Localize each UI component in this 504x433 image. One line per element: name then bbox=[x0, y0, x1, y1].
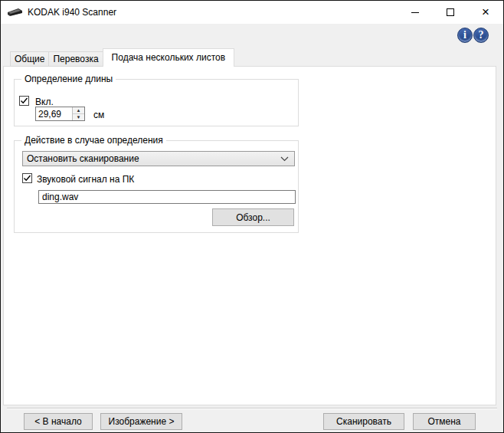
length-detection-enable-checkbox[interactable] bbox=[19, 96, 29, 106]
length-detection-group-title: Определение длины bbox=[21, 74, 116, 84]
check-icon bbox=[23, 174, 31, 182]
help-icon-glyph: ? bbox=[479, 30, 484, 41]
beep-checkbox-label: Звуковой сигнал на ПК bbox=[37, 174, 134, 185]
detection-action-group: Действие в случае определения Остановить… bbox=[14, 140, 299, 233]
window-controls: × bbox=[398, 1, 503, 24]
header-icon-group: i ? bbox=[457, 28, 489, 43]
browse-button[interactable]: Обзор... bbox=[212, 208, 294, 226]
length-value-input[interactable] bbox=[36, 107, 72, 120]
length-detection-group: Определение длины Вкл. ▲ ▼ см bbox=[14, 79, 299, 126]
length-detection-enable-label: Вкл. bbox=[35, 97, 54, 107]
scanner-app-icon bbox=[7, 6, 24, 18]
minimize-icon bbox=[411, 12, 419, 13]
detection-action-group-title: Действие в случае определения bbox=[21, 135, 166, 146]
scan-button[interactable]: Сканировать bbox=[323, 413, 404, 430]
maximize-button[interactable] bbox=[433, 1, 468, 24]
tab-transport[interactable]: Перевозка bbox=[48, 51, 103, 67]
beep-checkbox[interactable] bbox=[22, 173, 32, 183]
info-icon-glyph: i bbox=[463, 30, 466, 41]
info-icon[interactable]: i bbox=[457, 28, 473, 43]
length-unit-label: см bbox=[93, 110, 104, 120]
action-dropdown[interactable]: Остановить сканирование bbox=[22, 151, 295, 166]
length-spinner: ▲ ▼ bbox=[35, 107, 85, 121]
back-button[interactable]: < В начало bbox=[24, 413, 93, 430]
tab-general[interactable]: Общие bbox=[10, 51, 49, 67]
image-button[interactable]: Изображение > bbox=[100, 413, 182, 430]
length-spin-buttons: ▲ ▼ bbox=[72, 107, 84, 120]
chevron-down-icon bbox=[280, 156, 289, 162]
close-icon: × bbox=[482, 5, 489, 18]
help-icon[interactable]: ? bbox=[473, 28, 489, 43]
tab-bar: Общие Перевозка Подача нескольких листов bbox=[3, 48, 234, 67]
scanner-settings-window: KODAK i940 Scanner × i ? Общие Перевозка… bbox=[0, 0, 504, 433]
footer-separator bbox=[7, 408, 497, 409]
sound-file-input[interactable] bbox=[38, 190, 296, 204]
spin-down-icon: ▼ bbox=[77, 114, 81, 120]
minimize-button[interactable] bbox=[398, 1, 433, 24]
close-button[interactable]: × bbox=[468, 1, 503, 24]
spin-down-button[interactable]: ▼ bbox=[73, 114, 84, 120]
check-icon bbox=[20, 97, 28, 105]
title-bar[interactable]: KODAK i940 Scanner × bbox=[1, 1, 503, 24]
spin-up-icon: ▲ bbox=[77, 107, 81, 113]
spin-up-button[interactable]: ▲ bbox=[73, 107, 84, 114]
action-dropdown-value: Остановить сканирование bbox=[27, 153, 139, 164]
multifeed-tab-panel: Определение длины Вкл. ▲ ▼ см bbox=[3, 66, 496, 405]
window-title: KODAK i940 Scanner bbox=[28, 7, 116, 18]
tab-multifeed[interactable]: Подача нескольких листов bbox=[103, 48, 234, 67]
maximize-icon bbox=[447, 8, 454, 16]
cancel-button[interactable]: Отмена bbox=[413, 413, 476, 430]
